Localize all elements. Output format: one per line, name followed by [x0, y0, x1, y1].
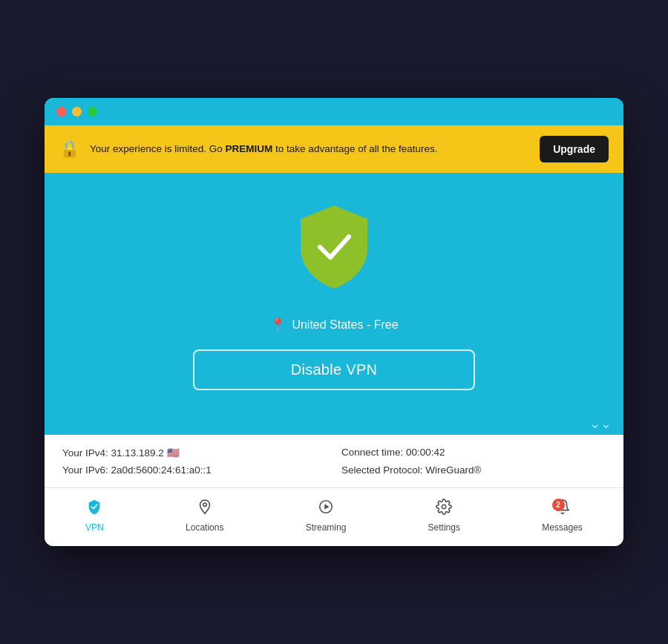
vpn-icon — [86, 499, 102, 519]
locations-pin-icon — [197, 499, 213, 519]
location-pin-icon: 📍 — [269, 317, 286, 333]
nav-item-settings[interactable]: Settings — [416, 496, 472, 536]
nav-item-messages[interactable]: 2 Messages — [530, 496, 595, 536]
upgrade-button[interactable]: Upgrade — [540, 136, 609, 162]
ipv6-info: Your IPv6: 2a0d:5600:24:61:a0::1 — [62, 464, 327, 476]
close-button[interactable] — [56, 107, 66, 116]
banner-text-after: to take advantage of all the features. — [272, 143, 437, 154]
main-content: 📍 United States - Free Disable VPN — [45, 173, 623, 413]
streaming-icon — [318, 499, 334, 519]
bottom-nav: VPN Locations Streaming — [45, 487, 623, 546]
protocol-info: Selected Protocol: WireGuard® — [341, 464, 606, 476]
info-bar: Your IPv4: 31.13.189.2 🇺🇸 Connect time: … — [45, 435, 623, 487]
nav-label-settings: Settings — [428, 522, 460, 533]
ipv4-info: Your IPv4: 31.13.189.2 🇺🇸 — [62, 447, 327, 459]
nav-item-streaming[interactable]: Streaming — [294, 496, 358, 536]
messages-badge: 2 — [552, 499, 565, 511]
messages-bell-icon: 2 — [554, 499, 571, 519]
svg-point-0 — [203, 503, 206, 507]
location-label: United States - Free — [292, 318, 398, 332]
scroll-down-icon: ⌄⌄ — [589, 417, 612, 430]
title-bar — [45, 98, 623, 116]
shield-container — [293, 203, 375, 295]
nav-label-messages: Messages — [542, 522, 583, 533]
nav-label-vpn: VPN — [85, 522, 104, 533]
app-window: 🔒 Your experience is limited. Go PREMIUM… — [45, 98, 623, 546]
banner-text-normal: Your experience is limited. Go — [90, 143, 226, 154]
svg-marker-2 — [324, 504, 329, 509]
premium-banner: 🔒 Your experience is limited. Go PREMIUM… — [45, 125, 623, 173]
shield-icon — [293, 203, 375, 292]
connect-time-info: Connect time: 00:00:42 — [341, 447, 606, 459]
disable-vpn-button[interactable]: Disable VPN — [193, 349, 475, 390]
minimize-button[interactable] — [72, 107, 82, 116]
banner-text-bold: PREMIUM — [226, 143, 273, 154]
nav-label-streaming: Streaming — [306, 522, 347, 533]
svg-point-3 — [442, 505, 447, 509]
settings-gear-icon — [436, 499, 452, 519]
location-row[interactable]: 📍 United States - Free — [269, 317, 398, 333]
maximize-button[interactable] — [88, 107, 97, 116]
nav-item-locations[interactable]: Locations — [174, 496, 235, 536]
nav-item-vpn[interactable]: VPN — [73, 496, 116, 536]
lock-icon: 🔒 — [59, 139, 79, 159]
nav-label-locations: Locations — [186, 522, 223, 533]
scroll-indicator: ⌄⌄ — [45, 413, 623, 435]
banner-text: Your experience is limited. Go PREMIUM t… — [90, 142, 529, 157]
